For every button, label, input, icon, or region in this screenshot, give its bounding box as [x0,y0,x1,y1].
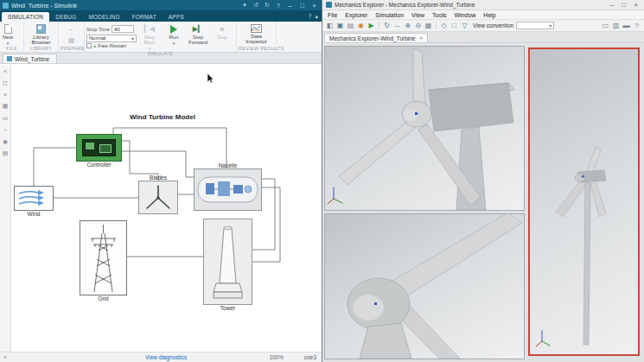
data-inspector-button[interactable]: Data Inspector [239,23,274,44]
run-button[interactable]: Run ▾ [163,23,185,46]
maximize-button[interactable]: □ [619,2,628,8]
help-icon[interactable]: ? [274,3,283,9]
run-dropdown-icon: ▾ [173,41,175,46]
tab-simulation[interactable]: SIMULATION [2,12,49,22]
zoom-tool-icon[interactable]: ◻ [3,79,8,86]
save-icon[interactable]: ▣ [335,20,345,31]
tower-icon [204,219,252,304]
rotor-icon [139,181,177,213]
fast-restart-checkbox[interactable] [86,43,92,48]
front-view-icon[interactable]: □ [450,20,459,31]
block-grid[interactable]: Grid [80,220,127,295]
explorer-tab-label: Mechanics Explorer-Wind_Turbine [329,35,415,41]
block-tower[interactable]: Tower [203,219,252,305]
block-controller[interactable]: Controller [76,134,122,162]
block-label: Blades [139,175,177,181]
fit-to-view-icon[interactable]: ▦ [424,20,433,31]
annotation-tool-icon[interactable]: ≡ [3,92,7,98]
library-browser-label: Library Browser [27,35,55,45]
step-back-button[interactable]: ▎◀ Step Back ▾ [138,23,161,51]
block-nacelle[interactable]: Nacelle [194,168,262,211]
new-button[interactable]: New ▾ [2,23,14,46]
model-canvas[interactable]: Wind Turbine Model Controller Blades [11,65,322,352]
collapse-browser-icon[interactable]: « [3,68,7,74]
log-signals-icon[interactable]: ~ [69,26,73,34]
view-diagnostics-link[interactable]: View diagnostics [145,354,187,360]
block-wind[interactable]: Wind [14,186,54,211]
document-tab[interactable]: Wind_Turbine [3,54,57,63]
status-collapse-icon[interactable]: « [3,354,7,360]
viewport-pane-front[interactable] [324,46,525,211]
view-convention-select[interactable]: ▾ [516,22,554,29]
tab-debug[interactable]: DEBUG [49,12,82,22]
explorer-document-tab[interactable]: Mechanics Explorer-Wind_Turbine × [324,33,428,42]
minimize-button[interactable]: – [285,3,295,9]
viewport-pane-side-selected[interactable] [528,48,640,356]
minimize-button[interactable]: – [607,2,616,8]
viewer-tool-icon[interactable]: ◉ [3,138,8,145]
split-pane-layout-icon[interactable]: ▬ [622,20,631,31]
block-blades[interactable]: Blades [138,181,178,214]
undo-icon[interactable]: ↺ [252,2,260,9]
viewer-help-icon[interactable]: ? [632,20,641,31]
wind-arrows-icon [15,187,53,210]
tab-format[interactable]: FORMAT [126,12,163,22]
group-label-review-results: REVIEW RESULTS [239,46,274,52]
table-tool-icon[interactable]: ▤ [3,150,9,157]
camera-icon[interactable]: ◉ [356,20,366,31]
rotate-view-icon[interactable]: ↻ [382,20,392,31]
stop-time-input[interactable]: 40 [112,25,134,33]
turbine-front-view [325,47,524,210]
menu-simulation[interactable]: Simulation [375,12,404,18]
solver-name[interactable]: ode3 [304,354,316,360]
menu-view[interactable]: View [411,12,424,18]
isometric-view-icon[interactable]: ◇ [439,20,449,31]
ribbon-collapse-icon[interactable]: ▴ [315,13,318,20]
explorer-panel-icon[interactable]: ◧ [325,20,335,31]
play-icon[interactable]: ▶ [367,20,376,31]
menu-file[interactable]: File [328,12,337,18]
menu-explorer[interactable]: Explorer [345,12,367,18]
document-tab-label: Wind_Turbine [15,56,49,62]
tabbar-right-icons: ? ▴ [309,13,322,22]
simulink-window-title: Wind_Turbine - Simulink [11,3,77,9]
maximize-button[interactable]: □ [297,3,307,9]
zoom-out-icon[interactable]: ⊖ [413,20,423,31]
stop-time-label: Stop Time [86,27,110,32]
close-button[interactable]: × [631,2,641,8]
tab-apps[interactable]: APPS [163,12,190,22]
redo-icon[interactable]: ↻ [263,2,271,9]
single-pane-layout-icon[interactable]: ▭ [601,20,610,31]
quick-access-dropdown-icon[interactable]: ▾ [240,2,249,9]
signal-table-icon[interactable]: ▦ [68,36,75,44]
tab-modeling[interactable]: MODELING [82,12,125,22]
mode-dropdown-icon: ▾ [131,35,134,41]
image-tool-icon[interactable]: ▦ [3,103,9,110]
simulation-mode-select[interactable]: Normal ▾ [86,35,137,42]
controller-chip-icon [82,139,116,156]
step-back-label: Step Back [138,35,161,45]
group-label-file: FILE [2,46,22,52]
tab-close-icon[interactable]: × [419,35,423,41]
stop-icon: ■ [220,25,225,34]
new-file-icon [4,24,12,34]
menu-tools[interactable]: Tools [432,12,446,18]
library-browser-button[interactable]: Library Browser [26,23,56,45]
area-tool-icon[interactable]: ▭ [3,115,9,122]
desktop: Wind_Turbine - Simulink ▾ ↺ ↻ ? – □ × SI… [0,0,644,362]
search-icon[interactable]: ? [309,13,312,20]
top-view-icon[interactable]: ▽ [460,20,469,31]
simulink-titlebar: Wind_Turbine - Simulink ▾ ↺ ↻ ? – □ × [0,0,322,10]
close-button[interactable]: × [309,3,319,9]
stop-button[interactable]: ■ Stop [211,23,233,40]
pan-view-icon[interactable]: ↔ [392,20,402,31]
quad-pane-layout-icon[interactable]: ▥ [611,20,621,31]
menu-window[interactable]: Window [454,12,475,18]
explorer-titlebar: Mechanics Explorer - Mechanics Explorer-… [322,0,644,10]
zoom-in-icon[interactable]: ⊕ [403,20,412,31]
print-icon[interactable]: ▤ [346,20,355,31]
viewport-pane-closeup[interactable] [324,213,525,359]
signal-tool-icon[interactable]: ~ [3,127,7,133]
menu-help[interactable]: Help [483,12,495,18]
step-forward-button[interactable]: ▶▎ Step Forward [187,23,209,45]
